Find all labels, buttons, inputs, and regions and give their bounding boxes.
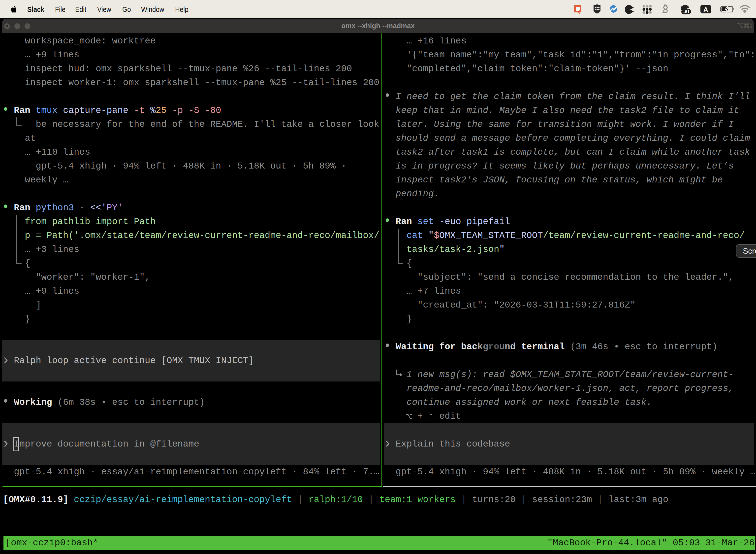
svg-text:..61: ..61 xyxy=(683,9,690,14)
svg-text:1: 1 xyxy=(750,22,753,29)
svg-text:A: A xyxy=(703,6,708,13)
